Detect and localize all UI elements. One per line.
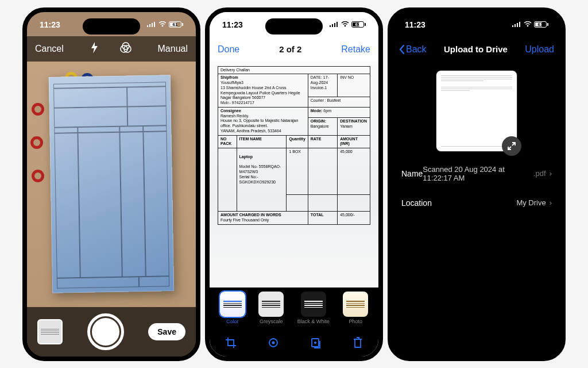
chevron-right-icon: › [550,198,552,207]
svg-rect-0 [147,25,148,27]
done-button[interactable]: Done [218,44,239,55]
svg-rect-10 [334,23,335,27]
prop-ring-red-3 [32,170,44,182]
expand-icon[interactable] [502,136,521,156]
rotate-icon[interactable] [267,336,280,349]
total-value: 45,000/- [338,212,370,225]
svg-point-4 [162,25,164,26]
camera-toolbar: Cancel Manual [27,36,196,62]
doc-date: DATE: 17-Aug-2024Invoice-1 [308,74,337,97]
notch [83,18,140,34]
svg-rect-16 [512,25,513,27]
cell-item: LaptopModel No- 5558RQAO-M47S2W3Serial N… [237,148,287,212]
notch [448,18,505,34]
doc-courier: Courier : Busfeet [308,97,370,108]
prop-ring-red-1 [32,103,44,116]
status-time: 11:23 [222,20,243,29]
filter-greyscale[interactable]: Greyscale [258,292,284,324]
battery-icon: 61 [169,21,183,28]
col-amount: AMOUNT (INR) [338,135,370,148]
page-indicator: 2 of 2 [279,44,301,54]
delete-icon[interactable] [352,336,363,349]
document-in-view [49,75,174,293]
cancel-button[interactable]: Cancel [35,44,64,54]
signal-icon [512,21,521,29]
status-time: 11:23 [40,20,60,29]
wifi-icon [158,21,167,29]
wifi-icon [524,21,532,29]
upload-thumbnail[interactable] [436,71,517,151]
svg-rect-18 [517,23,518,27]
col-no: NO PACK [218,135,237,148]
battery-icon: 61 [351,21,366,28]
tool-row [210,329,378,356]
cell-qty: 1 BOX [287,148,308,195]
doc-heading: Delivery Challan [218,66,370,74]
last-capture-thumbnail[interactable] [37,319,63,344]
notch [265,18,323,34]
phone-upload-drive: 11:23 61 Back Upload to Drive Upload Nam… [388,7,566,361]
doc-consignee: ConsigneeRamesh Reddy. House no 3, Oppos… [218,107,308,135]
name-label: Name [401,169,423,178]
prop-ring-red-2 [30,136,43,149]
row-location[interactable]: Location My Drive› [392,190,561,216]
cell-amount: 45,000 [338,148,370,195]
svg-rect-8 [330,25,331,27]
status-indicators: 61 [330,21,366,29]
svg-point-20 [527,25,529,26]
location-label: Location [401,198,432,208]
filters-icon[interactable] [119,42,132,56]
total-label: TOTAL [308,212,337,225]
location-value: My Drive› [516,198,552,207]
phone-camera-capture: 11:23 61 Cancel Manual [22,7,200,361]
svg-point-14 [272,341,275,344]
name-value: Scanned 20 Aug 2024 at 11:22:17 AM.pdf› [423,165,552,182]
doc-mode: Mode: 6pm [308,107,370,117]
svg-rect-3 [154,22,155,27]
phone-scan-review: 11:23 61 Done 2 of 2 Retake Delivery Cha… [205,7,383,361]
cell-rate [308,148,337,195]
scanned-document[interactable]: Delivery Challan ShipfromYousufMiya3 13 … [210,62,378,289]
amount-words: AMOUNT CHARGED IN WORDSFourty Five Thous… [218,212,308,225]
filter-black-white[interactable]: Black & White [297,292,330,324]
camera-viewport [27,62,196,307]
doc-invno: INV NO [338,74,370,97]
chevron-right-icon: › [550,169,552,178]
flash-icon[interactable] [90,41,99,56]
mode-manual-button[interactable]: Manual [158,44,188,54]
svg-rect-9 [332,24,333,27]
filter-label: Photo [349,319,362,324]
upload-title: Upload to Drive [444,44,508,54]
doc-destination: DESTINATIONYanam [338,118,370,135]
wifi-icon [341,21,349,29]
filter-label: Black & White [297,319,330,324]
back-button[interactable]: Back [399,44,427,55]
crop-icon[interactable] [225,336,237,349]
filter-photo[interactable]: Photo [343,292,368,324]
retake-button[interactable]: Retake [341,44,370,55]
signal-icon [147,21,156,29]
col-qty: Quantity [287,135,308,148]
svg-rect-17 [514,24,516,27]
battery-icon: 61 [534,21,548,28]
filter-label: Greyscale [260,319,283,324]
svg-rect-1 [149,24,150,27]
signal-icon [330,21,339,29]
save-button[interactable]: Save [148,323,185,340]
col-rate: RATE [308,135,337,148]
cell-no [218,148,237,212]
add-page-icon[interactable] [310,336,322,349]
status-indicators: 61 [147,21,183,29]
upload-button[interactable]: Upload [525,44,554,55]
camera-bottom-bar: Save [27,307,196,356]
svg-rect-19 [519,22,520,27]
status-indicators: 61 [512,21,548,29]
svg-rect-2 [152,23,153,27]
col-item: ITEM NAME [237,135,287,148]
filter-color[interactable]: Color [220,292,245,324]
review-toolbar: Done 2 of 2 Retake [210,37,378,62]
upload-toolbar: Back Upload to Drive Upload [392,37,561,62]
doc-origin: ORIGIN:Bangalore [308,118,337,135]
shutter-button[interactable] [87,313,124,350]
row-name[interactable]: Name Scanned 20 Aug 2024 at 11:22:17 AM.… [392,157,561,190]
